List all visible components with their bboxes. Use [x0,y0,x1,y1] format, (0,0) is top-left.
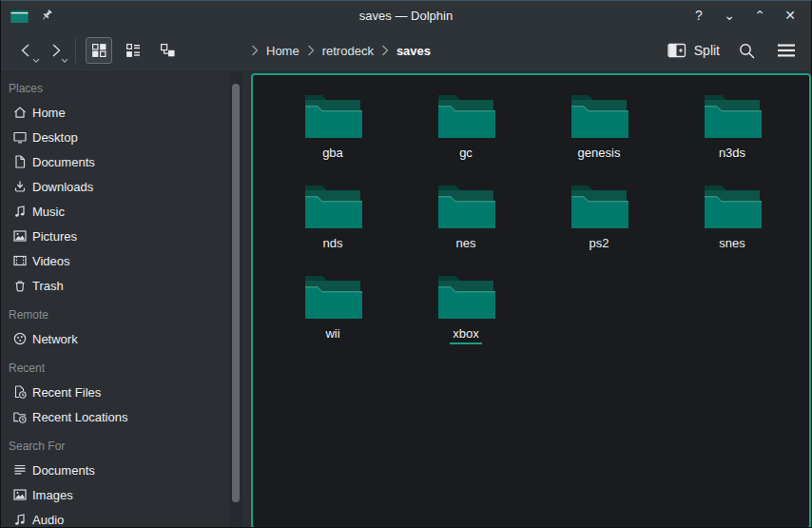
network-icon [12,331,28,346]
text-lines-icon [12,462,28,478]
folder-label: n3ds [716,146,748,164]
sidebar-item-desktop[interactable]: Desktop [1,125,251,149]
folder-icon [303,92,362,140]
folder-icon [303,273,362,321]
icons-view-icon [91,43,106,58]
sidebar-item-network[interactable]: Network [1,326,251,351]
folder-icon [303,183,362,230]
sidebar-item-videos[interactable]: Videos [1,248,251,273]
folder-nes[interactable]: nes [399,183,532,273]
folder-ps2[interactable]: ps2 [532,183,666,273]
sidebar-item-recent-files[interactable]: Recent Files [1,380,251,404]
folder-icon [570,183,628,230]
folder-view[interactable]: gba gc genesis n3ds nds [251,73,811,528]
split-button-label: Split [694,43,720,58]
section-search-for: Search For [1,439,251,454]
sidebar-item-pictures[interactable]: Pictures [1,224,251,248]
sidebar-item-search-images[interactable]: Images [1,482,251,507]
folder-label: nes [454,236,479,254]
sidebar-item-label: Music [32,205,65,219]
sidebar-item-label: Audio [32,513,64,527]
film-icon [12,253,28,268]
maximize-button[interactable]: ⌃ [748,5,771,26]
pin-icon[interactable] [40,9,54,23]
hamburger-icon [777,43,796,58]
sidebar-item-documents[interactable]: Documents [1,149,251,174]
breadcrumb-retrodeck[interactable]: retrodeck [322,44,374,58]
back-button[interactable] [12,36,41,65]
breadcrumb-saves[interactable]: saves [396,44,431,58]
chevron-right-icon [381,45,389,56]
toolbar-separator [75,38,76,63]
help-button[interactable]: ? [687,5,710,26]
section-recent: Recent [1,361,251,376]
tree-view-button[interactable] [154,37,181,64]
forward-button[interactable] [41,36,69,65]
sidebar-item-downloads[interactable]: Downloads [1,174,251,199]
sidebar-scrollbar-handle[interactable] [232,84,240,502]
folder-n3ds[interactable]: n3ds [666,92,799,183]
folder-nds[interactable]: nds [266,183,399,273]
sidebar-item-label: Home [32,106,66,120]
chevron-right-icon [251,45,259,56]
icons-view-button[interactable] [86,37,112,64]
sidebar-item-label: Desktop [32,130,78,145]
minimize-button[interactable]: ⌄ [718,5,741,26]
folder-label: snes [716,236,747,254]
sidebar-item-search-audio[interactable]: Audio [1,507,251,528]
folder-genesis[interactable]: genesis [532,92,666,183]
document-icon [12,154,28,169]
places-panel: Places Home Desktop [1,72,251,528]
sidebar-item-label: Documents [32,463,95,478]
titlebar: saves — Dolphin ? ⌄ ⌃ ✕ [1,1,811,29]
tree-view-icon [160,43,176,58]
sidebar-item-recent-locations[interactable]: Recent Locations [1,404,251,429]
sidebar-item-trash[interactable]: Trash [1,273,251,298]
folder-label: ps2 [587,236,612,254]
sidebar-item-label: Network [32,332,78,346]
compact-view-icon [126,43,141,58]
folder-xbox[interactable]: xbox [399,273,532,363]
menu-button[interactable] [773,37,800,64]
breadcrumb: Home retrodeck saves [251,29,431,71]
back-history-caret[interactable] [32,58,40,64]
image-icon [12,487,28,502]
app-folder-icon [10,8,29,23]
sidebar-item-home[interactable]: Home [1,100,251,125]
music-note-icon [12,512,28,527]
toolbar: Home retrodeck saves Split [1,29,811,72]
folder-label: xbox [450,326,481,344]
folder-label: gc [456,146,475,164]
folder-wii[interactable]: wii [266,273,399,363]
folder-icon [703,92,762,140]
folder-label: gba [319,146,346,164]
breadcrumb-home[interactable]: Home [266,44,300,58]
folder-icon [703,183,762,230]
folder-grid: gba gc genesis n3ds nds [266,92,809,363]
sidebar-item-label: Downloads [32,180,93,194]
sidebar-item-label: Recent Files [32,385,101,400]
compact-view-button[interactable] [120,37,146,64]
folder-icon [436,92,495,140]
home-icon [12,105,28,120]
download-icon [12,179,28,194]
folder-label: nds [320,236,346,254]
section-places: Places [1,81,251,96]
recent-folder-icon [12,409,28,424]
folder-gba[interactable]: gba [266,92,399,183]
sidebar-item-music[interactable]: Music [1,199,251,224]
image-icon [12,228,28,244]
sidebar-item-search-documents[interactable]: Documents [1,458,251,482]
recent-file-icon [12,384,28,400]
sidebar-item-label: Images [32,488,73,502]
folder-snes[interactable]: snes [666,183,799,273]
forward-history-caret[interactable] [61,58,68,64]
chevron-right-icon [307,45,315,56]
search-button[interactable] [733,37,760,64]
close-button[interactable]: ✕ [779,5,802,26]
sidebar-item-label: Trash [32,279,64,293]
sidebar-item-label: Videos [32,254,70,268]
folder-label: wii [322,326,342,344]
split-button[interactable]: Split [667,43,720,58]
folder-gc[interactable]: gc [399,92,532,183]
